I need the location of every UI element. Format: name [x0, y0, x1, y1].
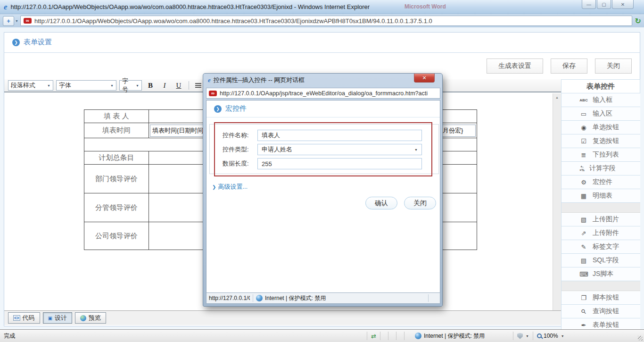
dialog-titlebar: e 控件属性--插入控件 -- 网页对话框: [203, 74, 442, 87]
dialog-close-button[interactable]: ✕: [414, 74, 435, 83]
advanced-settings-label: 高级设置...: [218, 183, 248, 191]
confirm-button[interactable]: 确认: [365, 197, 397, 209]
sidebar-item-radio-button[interactable]: ◉ 单选按钮: [561, 121, 640, 134]
control-type-select[interactable]: 申请人姓名 ▼: [257, 144, 422, 155]
paragraph-style-select[interactable]: 段落样式 ▼: [8, 80, 53, 91]
dialog-status-url: http://127.0.0.1/OAapp/jsp/t: [206, 295, 250, 301]
arrow-right-icon: ❯: [212, 184, 216, 190]
scroll-up-icon[interactable]: ▲: [553, 93, 561, 99]
dialog-status-zone: Internet | 保护模式: 禁用: [265, 294, 326, 302]
url-text: http://127.0.0.1/OAapp/WebObjects/OAapp.…: [34, 17, 432, 25]
sidebar-item-input-area[interactable]: ▭ 输入区: [561, 107, 640, 121]
row-label: 公司领导评价: [84, 222, 149, 250]
sidebar-item-calc-field[interactable]: +-×% 计算字段: [561, 162, 640, 175]
close-page-button[interactable]: 关闭: [595, 58, 632, 74]
statusbar-divider: [380, 332, 380, 340]
arrow-circle-icon: ❯: [12, 39, 20, 46]
compatibility-view-button[interactable]: +: [3, 16, 14, 26]
tab-design-label: 设计: [55, 314, 67, 322]
arrow-circle-icon: ❯: [214, 105, 222, 113]
sidebar-title: 表单控件: [561, 79, 640, 93]
statusbar-divider: [533, 332, 533, 340]
list-icon: ≣: [579, 151, 588, 158]
statusbar-divider: [428, 294, 429, 302]
sidebar-item-form-button[interactable]: ✒ 表单按钮: [561, 318, 640, 329]
align-left-button[interactable]: [193, 80, 203, 91]
editor-scrollbar[interactable]: ▲: [553, 93, 561, 310]
sidebar-item-label-text[interactable]: ✎ 标签文字: [561, 240, 640, 254]
sidebar-item-checkbox-button[interactable]: ☑ 复选按钮: [561, 134, 640, 148]
magnifier-icon: ⚲: [578, 306, 589, 317]
sidebar-item-dropdown-list[interactable]: ≣ 下拉列表: [561, 148, 640, 162]
sidebar-item-upload-image[interactable]: ▧ 上传图片: [561, 213, 640, 226]
tab-preview-label: 预览: [89, 314, 101, 322]
dialog-content: ❯ 宏控件 控件名称: 控件类型: 申请人姓名 ▼ 数据长度: ❯ 高级设置..…: [206, 100, 440, 292]
bold-button[interactable]: B: [145, 80, 156, 91]
sidebar-item-script-button[interactable]: ❐ 脚本按钮: [561, 291, 640, 305]
tab-design[interactable]: ▣ 设计: [43, 312, 72, 324]
sidebar-item-sql-field[interactable]: ▤ SQL字段: [561, 254, 640, 267]
macro-text-left: 填表时间{日期时间: [152, 127, 203, 134]
sidebar-item-detail-table[interactable]: ▦ 明细表: [561, 189, 640, 203]
control-name-input[interactable]: [257, 130, 422, 141]
generate-table-settings-button[interactable]: 生成表设置: [487, 58, 543, 74]
page-actions: 生成表设置 保存 关闭: [487, 58, 632, 74]
chevron-down-icon[interactable]: ▼: [15, 19, 18, 23]
sidebar-item-macro-control[interactable]: ⚙ 宏控件: [561, 175, 640, 189]
page-transfer-icon: ⇄: [371, 333, 376, 340]
calculator-icon: +-×%: [579, 165, 585, 172]
font-select[interactable]: 字体 ▼: [56, 80, 116, 91]
statusbar-divider: [388, 332, 388, 340]
sidebar-item-query-button[interactable]: ⚲ 查询按钮: [561, 305, 640, 318]
sidebar-item-js-script[interactable]: ⌨ JS脚本: [561, 267, 640, 281]
chevron-down-icon[interactable]: ▼: [561, 334, 564, 338]
maximize-button[interactable]: ▢: [597, 0, 611, 9]
underline-button[interactable]: U: [173, 80, 184, 91]
zoom-magnifier-icon[interactable]: [537, 334, 542, 338]
pencil-icon: ✎: [579, 243, 588, 250]
grid-icon: ▦: [579, 192, 588, 200]
page-header: ❯ 表单设置: [4, 32, 640, 53]
dialog-statusbar: http://127.0.0.1/OAapp/jsp/t Internet | …: [206, 292, 440, 304]
field-row-length: 数据长度:: [206, 158, 440, 169]
window-titlebar: e http://127.0.0.1/OAapp/WebObjects/OAap…: [0, 0, 644, 14]
ghost-window-text: Microsoft Word: [405, 3, 446, 10]
shield-icon[interactable]: [517, 333, 523, 339]
refresh-icon[interactable]: ↻: [635, 17, 641, 25]
tab-preview[interactable]: 预览: [75, 312, 106, 324]
chevron-down-icon[interactable]: ▼: [526, 334, 529, 338]
dialog-section-title: 宏控件: [225, 104, 247, 113]
resize-grip[interactable]: [638, 336, 643, 341]
close-window-button[interactable]: ✕: [612, 0, 634, 9]
pen-icon: ✒: [579, 322, 588, 329]
advanced-settings-link[interactable]: ❯ 高级设置...: [212, 183, 248, 191]
font-size-select[interactable]: 字号 ▼: [119, 80, 142, 91]
zoom-level[interactable]: 100%: [544, 333, 558, 339]
row-label: 计划总条目: [84, 151, 149, 165]
control-name-label: 控件名称:: [223, 131, 256, 140]
field-row-type: 控件类型: 申请人姓名 ▼: [206, 144, 440, 155]
sidebar-item-upload-attachment[interactable]: ⇗ 上传附件: [561, 226, 640, 240]
minimize-button[interactable]: —: [582, 0, 596, 9]
globe-icon: [256, 295, 263, 301]
save-button[interactable]: 保存: [551, 58, 587, 74]
site-favicon: ∞: [24, 18, 32, 24]
globe-icon: [80, 315, 86, 321]
chevron-down-icon: ▼: [110, 84, 114, 87]
dialog-buttons: 确认 关闭: [365, 197, 436, 209]
dialog-close-action-button[interactable]: 关闭: [404, 197, 436, 209]
italic-button[interactable]: I: [159, 80, 170, 91]
export-icon: ⇗: [579, 230, 588, 237]
field-row-name: 控件名称:: [206, 130, 440, 141]
sidebar-item-input-box[interactable]: ABC 输入框: [561, 93, 640, 107]
url-field[interactable]: ∞ http://127.0.0.1/OAapp/WebObjects/OAap…: [20, 16, 632, 26]
page-title: 表单设置: [24, 38, 52, 47]
row-label: 分管领导评价: [84, 193, 149, 222]
statusbar-divider: [404, 332, 405, 340]
statusbar-divider: [367, 332, 367, 340]
tab-code[interactable]: <> 代码: [8, 312, 40, 324]
data-length-input[interactable]: [257, 158, 422, 169]
dialog-title: 控件属性--插入控件 -- 网页对话框: [214, 76, 305, 84]
dialog-url: http://127.0.0.1/OAapp/jsp/trace_eWebEdi…: [220, 90, 428, 97]
status-text: 完成: [0, 332, 363, 340]
